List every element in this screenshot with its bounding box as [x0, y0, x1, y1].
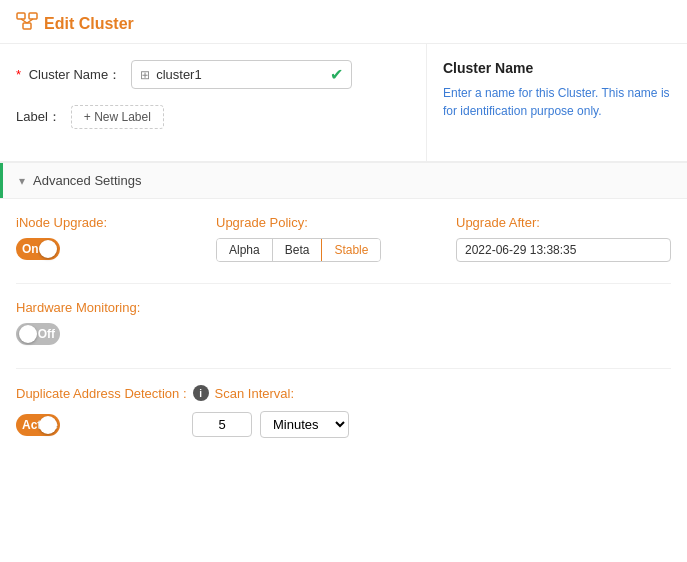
duplicate-address-section: Duplicate Address Detection : i Scan Int…	[16, 385, 671, 438]
scan-unit-select[interactable]: Minutes Hours Seconds	[260, 411, 349, 438]
info-description: Enter a name for this Cluster. This name…	[443, 84, 671, 120]
main-content: * Cluster Name： ⊞ ✔ Label： + New Label C…	[0, 44, 687, 162]
inode-toggle-track[interactable]: On	[16, 238, 60, 260]
page-title: Edit Cluster	[16, 12, 671, 35]
advanced-settings-section: ▾ Advanced Settings	[0, 162, 687, 199]
divider-2	[16, 368, 671, 369]
dup-address-label: Duplicate Address Detection :	[16, 386, 187, 401]
svg-rect-0	[17, 13, 25, 19]
inode-upgrade-col: iNode Upgrade: On	[16, 215, 216, 263]
advanced-settings-label: Advanced Settings	[33, 173, 141, 188]
upgrade-after-value: 2022-06-29 13:38:35	[465, 243, 576, 257]
policy-buttons: Alpha Beta Stable	[216, 238, 381, 262]
hw-toggle-track[interactable]: Off	[16, 323, 60, 345]
form-section: * Cluster Name： ⊞ ✔ Label： + New Label	[0, 44, 427, 161]
upgrade-after-input[interactable]: 2022-06-29 13:38:35	[456, 238, 671, 262]
divider-1	[16, 283, 671, 284]
inode-upgrade-label: iNode Upgrade:	[16, 215, 216, 230]
upgrade-after-col: Upgrade After: 2022-06-29 13:38:35	[456, 215, 671, 263]
advanced-settings-header[interactable]: ▾ Advanced Settings	[0, 163, 687, 198]
dup-controls-row: Duplicate Address Detection : i Scan Int…	[16, 385, 671, 401]
required-star: *	[16, 67, 21, 82]
upgrade-policy-label: Upgrade Policy:	[216, 215, 456, 230]
svg-rect-2	[23, 23, 31, 29]
cluster-icon	[16, 12, 38, 35]
title-text: Edit Cluster	[44, 15, 134, 33]
info-title: Cluster Name	[443, 60, 671, 76]
policy-alpha-button[interactable]: Alpha	[217, 239, 273, 261]
upgrade-policy-col: Upgrade Policy: Alpha Beta Stable	[216, 215, 456, 263]
label-row: Label： + New Label	[16, 105, 410, 129]
label-label: Label：	[16, 108, 61, 126]
dup-toggle[interactable]: Active	[16, 414, 60, 436]
dup-bottom-row: Active Minutes Hours Seconds	[16, 411, 671, 438]
hardware-monitoring-toggle[interactable]: Off	[16, 323, 60, 345]
policy-beta-button[interactable]: Beta	[273, 239, 323, 261]
info-panel: Cluster Name Enter a name for this Clust…	[427, 44, 687, 161]
upgrade-after-label: Upgrade After:	[456, 215, 671, 230]
inode-toggle-text: On	[22, 242, 39, 256]
inode-toggle-thumb	[39, 240, 57, 258]
scan-interval-input[interactable]	[192, 412, 252, 437]
text-field-icon: ⊞	[140, 68, 150, 82]
svg-rect-1	[29, 13, 37, 19]
inode-upgrade-toggle[interactable]: On	[16, 238, 60, 260]
settings-body: iNode Upgrade: On Upgrade Policy: Alpha …	[0, 199, 687, 454]
cluster-name-input-wrapper[interactable]: ⊞ ✔	[131, 60, 352, 89]
cluster-name-input[interactable]	[156, 67, 324, 82]
policy-stable-button[interactable]: Stable	[321, 238, 381, 262]
valid-check-icon: ✔	[330, 65, 343, 84]
hw-toggle-thumb	[19, 325, 37, 343]
dup-toggle-thumb	[39, 416, 57, 434]
hardware-monitoring-row: Hardware Monitoring: Off	[16, 300, 671, 348]
info-link[interactable]: identification	[460, 104, 527, 118]
dup-toggle-track[interactable]: Active	[16, 414, 60, 436]
hardware-monitoring-label: Hardware Monitoring:	[16, 300, 671, 315]
new-label-button[interactable]: + New Label	[71, 105, 164, 129]
chevron-down-icon: ▾	[19, 174, 25, 188]
cluster-name-row: * Cluster Name： ⊞ ✔	[16, 60, 410, 89]
scan-interval-inputs: Minutes Hours Seconds	[192, 411, 349, 438]
cluster-name-label: * Cluster Name：	[16, 66, 121, 84]
scan-interval-label: Scan Interval:	[215, 386, 295, 401]
page-header: Edit Cluster	[0, 0, 687, 44]
dup-label-group: Duplicate Address Detection : i Scan Int…	[16, 385, 294, 401]
inode-row: iNode Upgrade: On Upgrade Policy: Alpha …	[16, 215, 671, 263]
info-icon[interactable]: i	[193, 385, 209, 401]
hw-toggle-text: Off	[38, 327, 55, 341]
